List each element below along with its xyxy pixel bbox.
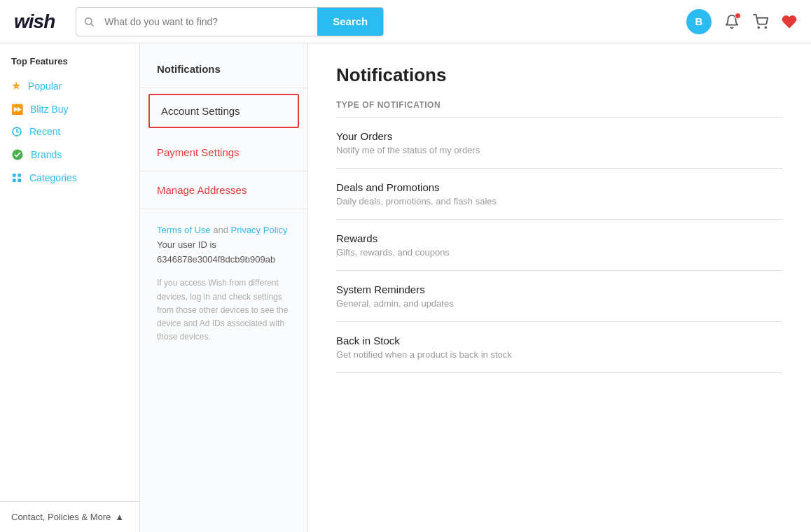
notification-title-rewards: Rewards bbox=[336, 232, 783, 244]
clock-icon bbox=[11, 126, 22, 137]
notification-title-backInStock: Back in Stock bbox=[336, 335, 783, 346]
cart-icon[interactable] bbox=[752, 14, 769, 29]
blitz-icon: ⏩ bbox=[11, 104, 23, 115]
notification-desc-rewards: Gifts, rewards, and coupons bbox=[336, 247, 783, 258]
page-title: Notifications bbox=[336, 64, 783, 86]
sidebar-label-popular: Popular bbox=[28, 80, 62, 92]
notification-desc-system: General, admin, and updates bbox=[336, 298, 783, 309]
main-content: Notifications TYPE OF NOTIFICATION Your … bbox=[308, 43, 811, 532]
sidebar-item-popular[interactable]: ★ Popular bbox=[0, 74, 139, 98]
header: wish Search B bbox=[0, 0, 811, 43]
logo[interactable]: wish bbox=[14, 10, 55, 33]
sidebar-label-brands: Brands bbox=[31, 149, 62, 160]
and-text: and bbox=[211, 225, 231, 235]
notification-desc-deals: Daily deals, promotions, and flash sales bbox=[336, 196, 783, 206]
svg-rect-5 bbox=[13, 174, 16, 177]
section-label: TYPE OF NOTIFICATION bbox=[336, 100, 783, 118]
star-icon: ★ bbox=[11, 79, 21, 92]
notification-row-rewards: Rewards Gifts, rewards, and coupons bbox=[336, 220, 783, 271]
device-note: If you access Wish from different device… bbox=[157, 276, 291, 344]
sidebar-item-recent[interactable]: Recent bbox=[0, 120, 139, 143]
user-id-prefix: Your user ID is bbox=[157, 239, 216, 250]
sidebar-label-blitzbuy: Blitz Buy bbox=[30, 104, 68, 115]
search-icon bbox=[76, 16, 102, 27]
page-wrapper: Top Features ★ Popular ⏩ Blitz Buy Recen… bbox=[0, 43, 811, 532]
sidebar-item-brands[interactable]: Brands bbox=[0, 143, 139, 167]
svg-rect-7 bbox=[13, 178, 16, 182]
contact-footer-label: Contact, Policies & More bbox=[11, 512, 111, 522]
sidebar-label-categories: Categories bbox=[29, 172, 77, 183]
svg-rect-6 bbox=[18, 174, 21, 177]
check-icon bbox=[11, 148, 24, 161]
sidebar-label-recent: Recent bbox=[29, 126, 60, 137]
user-id-label: Your user ID is 6346878e3004f8dcb9b909ab bbox=[157, 238, 291, 267]
notification-title-system: System Reminders bbox=[336, 284, 783, 295]
nav-item-payment-settings[interactable]: Payment Settings bbox=[140, 134, 307, 172]
svg-point-3 bbox=[765, 27, 766, 28]
contact-footer[interactable]: Contact, Policies & More ▲ bbox=[0, 501, 139, 532]
svg-point-2 bbox=[758, 27, 759, 28]
search-input[interactable] bbox=[102, 10, 317, 33]
notification-row-backInStock: Back in Stock Get notified when a produc… bbox=[336, 322, 783, 373]
notification-dot bbox=[735, 13, 741, 19]
avatar[interactable]: B bbox=[686, 9, 712, 34]
notification-row-system: System Reminders General, admin, and upd… bbox=[336, 271, 783, 322]
nav-item-notifications[interactable]: Notifications bbox=[140, 50, 307, 88]
svg-rect-8 bbox=[18, 178, 21, 182]
terms-link[interactable]: Terms of Use bbox=[157, 225, 211, 235]
notifications-icon[interactable] bbox=[724, 14, 740, 29]
notification-desc-orders: Notify me of the status of my orders bbox=[336, 145, 783, 155]
categories-icon bbox=[11, 172, 22, 183]
sidebar-item-categories[interactable]: Categories bbox=[0, 167, 139, 189]
nav-item-account-settings[interactable]: Account Settings bbox=[148, 94, 299, 128]
search-button[interactable]: Search bbox=[317, 8, 383, 36]
svg-line-1 bbox=[91, 24, 93, 26]
middle-nav: Notifications Account Settings Payment S… bbox=[140, 43, 308, 532]
sidebar-item-blitzbuy[interactable]: ⏩ Blitz Buy bbox=[0, 98, 139, 120]
notification-row-deals: Deals and Promotions Daily deals, promot… bbox=[336, 169, 783, 220]
privacy-link[interactable]: Privacy Policy bbox=[231, 225, 288, 235]
notification-title-orders: Your Orders bbox=[336, 130, 783, 142]
notification-title-deals: Deals and Promotions bbox=[336, 181, 783, 193]
chevron-up-icon: ▲ bbox=[115, 512, 124, 522]
wishlist-icon[interactable] bbox=[782, 14, 797, 29]
notification-row-orders: Your Orders Notify me of the status of m… bbox=[336, 118, 783, 169]
user-id-value: 6346878e3004f8dcb9b909ab bbox=[157, 254, 275, 265]
sidebar-left: Top Features ★ Popular ⏩ Blitz Buy Recen… bbox=[0, 43, 140, 532]
nav-item-manage-addresses[interactable]: Manage Addresses bbox=[140, 172, 307, 209]
middle-nav-footer: Terms of Use and Privacy Policy Your use… bbox=[140, 209, 307, 358]
sidebar-section-title: Top Features bbox=[0, 56, 139, 74]
header-icons: B bbox=[686, 9, 797, 34]
notification-desc-backInStock: Get notified when a product is back in s… bbox=[336, 349, 783, 360]
search-bar: Search bbox=[76, 7, 384, 36]
